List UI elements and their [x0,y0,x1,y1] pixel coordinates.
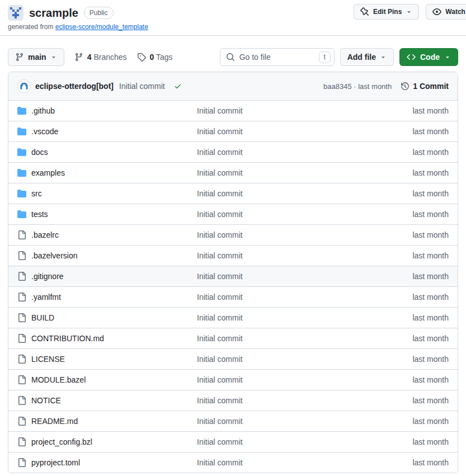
row-commit-age: last month [412,189,449,198]
folder-icon [17,210,26,219]
row-commit-message[interactable]: Initial commit [197,375,412,384]
file-icon [17,313,26,322]
file-row: src Initial commit last month [8,183,458,204]
history-icon [401,82,409,91]
row-commit-message[interactable]: Initial commit [197,148,412,157]
row-commit-message[interactable]: Initial commit [197,396,412,405]
file-row: .github Initial commit last month [8,100,458,121]
row-commit-message[interactable]: Initial commit [197,189,412,198]
file-row: LICENSE Initial commit last month [8,348,458,369]
file-name-link[interactable]: .github [31,106,55,115]
file-name-link[interactable]: .bazelversion [31,251,78,260]
file-name-cell: .yamlfmt [17,293,197,301]
commit-author-name[interactable]: eclipse-otterdog[bot] [35,82,114,91]
file-name-link[interactable]: examples [31,168,65,177]
file-name-link[interactable]: BUILD [31,313,54,322]
row-commit-age: last month [412,251,449,260]
file-name-cell: .bazelrc [17,230,197,239]
row-commit-age: last month [412,230,449,239]
file-row: BUILD Initial commit last month [8,307,458,328]
edit-pins-button[interactable]: Edit Pins [354,4,419,20]
file-name-link[interactable]: NOTICE [31,396,61,405]
file-name-cell: .gitignore [17,272,197,281]
file-name-link[interactable]: .bazelrc [31,230,59,239]
row-commit-message[interactable]: Initial commit [197,210,412,219]
file-row: pyproject.toml Initial commit last month [8,452,458,473]
commit-age: last month [358,82,392,91]
commit-history-link[interactable]: 1 Commit [401,82,449,91]
file-icon [17,355,26,364]
file-icon [17,375,26,384]
chevron-down-icon [444,54,451,60]
code-button-label: Code [420,53,440,62]
file-name-link[interactable]: .vscode [31,127,58,136]
file-name-cell: MODULE.bazel [17,375,197,384]
file-name-cell: README.md [17,417,197,426]
tag-icon [137,53,146,62]
file-name-link[interactable]: CONTRIBUTION.md [31,334,104,343]
file-name-link[interactable]: docs [31,148,48,157]
sha-age-separator: · [352,82,359,91]
row-commit-age: last month [412,334,449,343]
git-branch-icon [74,53,83,62]
file-row: .bazelversion Initial commit last month [8,245,458,266]
file-row: tests Initial commit last month [8,204,458,224]
watch-label: Watch [445,8,465,16]
file-name-link[interactable]: tests [31,210,48,219]
row-commit-message[interactable]: Initial commit [197,437,412,446]
file-name-link[interactable]: src [31,189,42,198]
commit-sha-link[interactable]: baa8345 [323,82,352,91]
row-commit-message[interactable]: Initial commit [197,355,412,364]
row-commit-message[interactable]: Initial commit [197,251,412,260]
file-row: MODULE.bazel Initial commit last month [8,369,458,390]
go-to-file-search[interactable]: t [220,48,335,66]
row-commit-age: last month [412,168,449,177]
branches-link[interactable]: 4 Branches [74,53,127,62]
generated-from-prefix: generated from [8,23,53,31]
folder-icon [17,148,26,157]
row-commit-message[interactable]: Initial commit [197,417,412,426]
row-commit-age: last month [412,127,449,136]
template-repo-link[interactable]: eclipse-score/module_template [55,23,148,31]
file-name-link[interactable]: README.md [31,417,78,426]
file-name-link[interactable]: .yamlfmt [31,293,61,301]
file-name-link[interactable]: project_config.bzl [31,437,92,446]
folder-icon [17,168,26,177]
tags-count: 0 [150,53,154,62]
file-name-cell: docs [17,148,197,157]
row-commit-message[interactable]: Initial commit [197,458,412,467]
folder-icon [17,106,26,115]
row-commit-message[interactable]: Initial commit [197,127,412,136]
commit-message-link[interactable]: Initial commit [119,82,165,91]
eye-icon [432,7,441,16]
row-commit-message[interactable]: Initial commit [197,230,412,239]
toolbar-right: t Add file Code [220,48,458,66]
file-name-link[interactable]: .gitignore [31,272,64,281]
row-commit-message[interactable]: Initial commit [197,272,412,281]
file-name-link[interactable]: LICENSE [31,355,65,364]
add-file-button[interactable]: Add file [340,48,394,66]
tags-link[interactable]: 0 Tags [137,53,173,62]
go-to-file-input[interactable] [239,53,314,62]
row-commit-message[interactable]: Initial commit [197,168,412,177]
file-icon [17,334,26,343]
file-name-cell: src [17,189,197,198]
file-icon [17,251,26,260]
file-row: docs Initial commit last month [8,142,458,162]
row-commit-message[interactable]: Initial commit [197,106,412,115]
watch-button[interactable]: Watch 1 [426,4,466,20]
row-commit-message[interactable]: Initial commit [197,334,412,343]
commit-author-avatar[interactable] [17,79,31,93]
row-commit-message[interactable]: Initial commit [197,293,412,301]
file-name-cell: project_config.bzl [17,437,197,446]
check-icon[interactable] [174,82,182,90]
file-name-link[interactable]: pyproject.toml [31,458,80,467]
row-commit-message[interactable]: Initial commit [197,313,412,322]
file-name-cell: examples [17,168,197,177]
visibility-badge: Public [84,7,114,19]
chevron-down-icon [380,54,387,60]
code-button[interactable]: Code [399,48,458,66]
branch-selector-button[interactable]: main [8,48,64,66]
branches-count: 4 [87,53,92,62]
file-name-link[interactable]: MODULE.bazel [31,375,86,384]
